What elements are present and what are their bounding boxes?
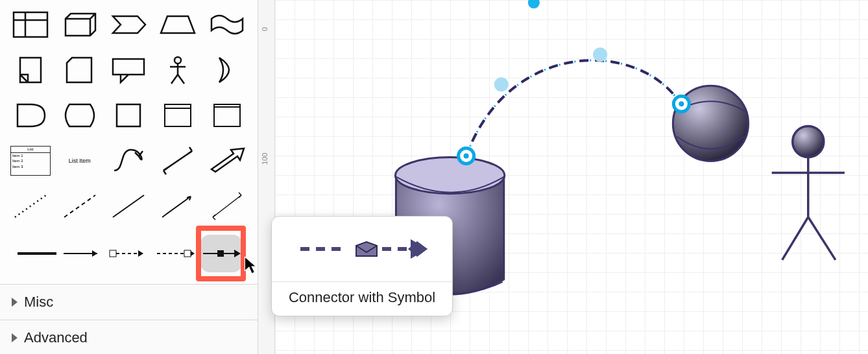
svg-line-14 [163, 151, 192, 171]
svg-line-18 [162, 196, 191, 217]
card-icon[interactable] [57, 49, 102, 91]
shape-sidebar: List Item 1 Item 2 Item 3 List Item [0, 0, 258, 354]
selection-handles [459, 0, 690, 164]
browser-top-icon[interactable] [155, 95, 200, 136]
svg-line-7 [171, 75, 178, 84]
s-curve-icon[interactable] [106, 140, 152, 182]
svg-rect-25 [184, 250, 191, 257]
section-advanced[interactable]: Advanced [0, 320, 258, 354]
svg-line-34 [782, 217, 808, 260]
list-card-item: Item 3 [11, 164, 50, 170]
and-gate-icon[interactable] [8, 95, 53, 136]
label-end-edge-icon[interactable] [154, 230, 196, 277]
arrow-edge-icon[interactable] [62, 230, 104, 277]
list-card-item: Item 1 [11, 153, 50, 159]
chevron-right-icon [12, 298, 18, 307]
svg-point-38 [593, 47, 607, 62]
connector-with-symbol-cell [200, 230, 242, 277]
svg-line-15 [15, 195, 46, 217]
thin-double-arrow-icon[interactable] [204, 185, 250, 227]
tape-icon[interactable] [204, 4, 250, 45]
shape-palette: List Item 1 Item 2 Item 3 List Item [0, 0, 258, 284]
shape-stick-figure[interactable] [772, 126, 845, 259]
svg-point-29 [395, 158, 504, 194]
section-advanced-label: Advanced [24, 329, 88, 346]
svg-point-44 [464, 154, 469, 159]
list-card-icon[interactable]: List Item 1 Item 2 Item 3 [8, 140, 53, 182]
svg-rect-12 [214, 104, 240, 126]
connector-with-symbol-icon[interactable] [200, 235, 242, 272]
list-card-title: List [11, 147, 50, 153]
tooltip-preview [272, 217, 452, 281]
svg-line-8 [178, 75, 184, 84]
ruler-tick: 0 [261, 27, 269, 31]
solid-line-icon[interactable] [106, 185, 152, 227]
page-icon[interactable] [8, 49, 53, 91]
thick-edge-icon[interactable] [16, 230, 58, 277]
svg-rect-22 [110, 250, 116, 257]
label-start-edge-icon[interactable] [108, 230, 150, 277]
svg-line-35 [808, 217, 836, 260]
svg-line-19 [213, 195, 241, 217]
list-item-icon[interactable]: List Item [57, 140, 102, 182]
svg-rect-0 [14, 12, 47, 37]
actor-icon[interactable] [155, 49, 200, 91]
svg-rect-9 [117, 104, 140, 126]
crescent-icon[interactable] [204, 49, 250, 91]
shape-tooltip: Connector with Symbol [271, 216, 453, 316]
list-item-label: List Item [69, 158, 91, 164]
chevron-right-icon [12, 333, 18, 342]
titlebar-icon[interactable] [204, 95, 250, 136]
svg-rect-3 [113, 59, 144, 75]
dotted-line-icon[interactable] [8, 185, 53, 227]
trapezoid-icon[interactable] [155, 4, 200, 45]
container-icon[interactable] [8, 4, 53, 45]
svg-point-36 [528, 0, 540, 8]
double-arrow-icon[interactable] [155, 140, 200, 182]
dashed-line-icon[interactable] [57, 185, 102, 227]
section-misc[interactable]: Misc [0, 284, 258, 320]
callout-icon[interactable] [106, 49, 152, 91]
cube-icon[interactable] [57, 4, 102, 45]
svg-point-41 [679, 101, 684, 106]
svg-rect-27 [217, 250, 224, 257]
list-card-item: Item 2 [11, 158, 50, 164]
step-icon[interactable] [106, 4, 152, 45]
svg-line-16 [64, 195, 95, 217]
svg-point-31 [793, 126, 824, 157]
tooltip-label: Connector with Symbol [272, 281, 452, 316]
square-icon[interactable] [106, 95, 152, 136]
svg-line-17 [113, 195, 144, 217]
connector-curve[interactable] [466, 60, 681, 156]
svg-point-37 [494, 77, 509, 91]
ruler-tick: 100 [261, 153, 269, 165]
open-arrow-icon[interactable] [204, 140, 250, 182]
svg-point-4 [175, 57, 181, 64]
lozenge-icon[interactable] [57, 95, 102, 136]
solid-arrow-icon[interactable] [155, 185, 200, 227]
section-misc-label: Misc [24, 294, 53, 311]
canvas[interactable]: 0 100 [258, 0, 868, 354]
